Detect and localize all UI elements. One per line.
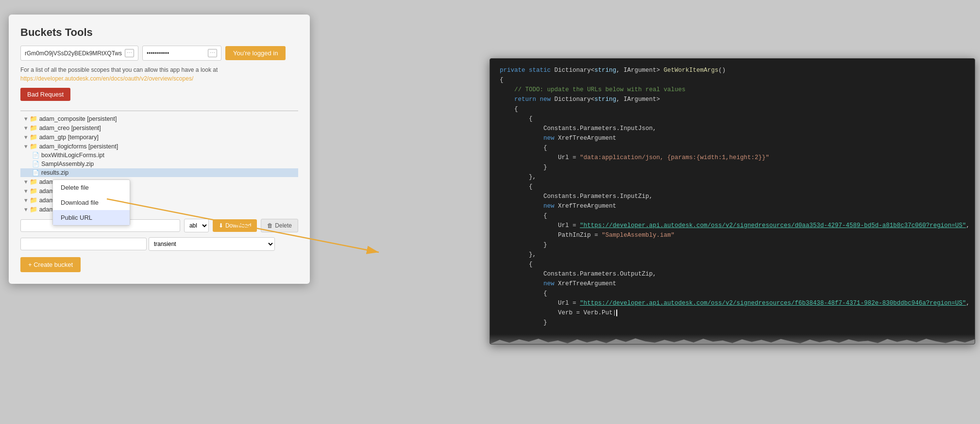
- logged-in-button[interactable]: You're logged in: [225, 46, 286, 60]
- credentials-row: ⋯ ⋯ You're logged in: [20, 46, 298, 61]
- file-icon: 📄: [32, 161, 39, 167]
- selected-file-item[interactable]: 📄 results.zip: [20, 168, 298, 177]
- context-download-file[interactable]: Download file: [53, 195, 130, 210]
- api-key-field[interactable]: ⋯: [20, 46, 138, 61]
- download-icon: ⬇: [219, 222, 223, 229]
- folder-icon: ▾ 📁: [24, 115, 37, 122]
- download-button[interactable]: ⬇ Download: [213, 219, 257, 232]
- list-item[interactable]: ▾ 📁 adam_composite [persistent]: [20, 114, 298, 123]
- create-bucket-button[interactable]: + Create bucket: [20, 257, 81, 272]
- code-panel: private static Dictionary<string, IArgum…: [490, 58, 975, 344]
- delete-button[interactable]: 🗑 Delete: [261, 219, 298, 232]
- folder-icon: ▾ 📁: [24, 206, 37, 213]
- list-item[interactable]: ▾ 📁 adam_ilogicforms [persistent]: [20, 142, 298, 151]
- folder-icon: ▾ 📁: [24, 187, 37, 195]
- list-item[interactable]: ▾ 📁 adam_gtp [temporary]: [20, 132, 298, 142]
- bad-request-button[interactable]: Bad Request: [20, 88, 70, 101]
- divider: [20, 111, 298, 111]
- file-icon: 📄: [32, 152, 39, 159]
- key-copy-icon[interactable]: ⋯: [125, 49, 134, 57]
- page-title: Buckets Tools: [20, 26, 298, 39]
- secret-copy-icon[interactable]: ⋯: [208, 49, 217, 57]
- bucket-type-select[interactable]: transient temporary persistent: [149, 237, 275, 251]
- list-item[interactable]: 📄 SamplAssembly.zip: [20, 160, 298, 168]
- trash-icon: 🗑: [267, 222, 273, 229]
- folder-icon: ▾ 📁: [24, 124, 37, 131]
- folder-icon: ▾ 📁: [24, 178, 37, 185]
- code-content: private static Dictionary<string, IArgum…: [490, 59, 975, 334]
- list-item[interactable]: ▾ 📁 adam_creo [persistent]: [20, 123, 298, 132]
- bucket-name-input[interactable]: [20, 238, 147, 250]
- scope-link[interactable]: https://developer.autodesk.com/en/docs/o…: [20, 75, 193, 82]
- code-torn-edge: [490, 334, 975, 344]
- bottom-section: transient temporary persistent + Create …: [20, 237, 298, 272]
- file-type-select[interactable]: abl: [184, 219, 209, 232]
- context-delete-file[interactable]: Delete file: [53, 180, 130, 195]
- api-secret-input[interactable]: [147, 50, 205, 57]
- context-menu: Delete file Download file Public URL: [52, 179, 130, 226]
- context-public-url[interactable]: Public URL: [53, 210, 130, 225]
- folder-expanded-icon: ▾ 📁: [24, 143, 37, 150]
- file-icon: 📄: [32, 169, 39, 176]
- folder-icon: ▾ 📁: [24, 196, 37, 204]
- main-panel: Buckets Tools ⋯ ⋯ You're logged in For a…: [9, 15, 310, 284]
- api-secret-field[interactable]: ⋯: [142, 46, 221, 61]
- folder-icon: ▾ 📁: [24, 133, 37, 141]
- list-item[interactable]: 📄 boxWithiLogicForms.ipt: [20, 151, 298, 160]
- scope-description: For a list of all the possible scopes th…: [20, 65, 298, 83]
- api-key-input[interactable]: [25, 50, 122, 57]
